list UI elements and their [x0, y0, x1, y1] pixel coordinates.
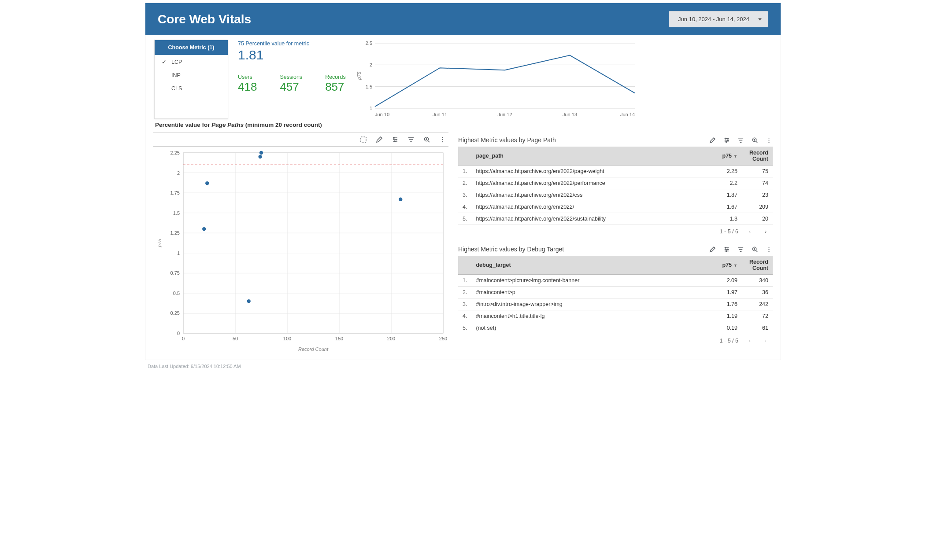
metric-option-label: INP	[171, 72, 181, 78]
table-title: Highest Metric values by Debug Target	[458, 246, 564, 253]
pager-label: 1 - 5 / 5	[720, 338, 738, 344]
row-p75: 2.25	[711, 166, 742, 177]
row-p75: 2.09	[711, 275, 742, 287]
more-icon[interactable]	[765, 245, 773, 253]
metric-option-inp[interactable]: INP	[155, 69, 228, 82]
select-rect-icon[interactable]	[359, 136, 367, 144]
row-p75: 1.3	[711, 213, 742, 225]
more-icon[interactable]	[439, 136, 447, 144]
date-range-picker[interactable]: Jun 10, 2024 - Jun 14, 2024	[669, 11, 768, 27]
row-count: 74	[742, 177, 773, 189]
filter-icon[interactable]	[737, 136, 745, 144]
row-index: 4.	[458, 310, 471, 322]
col-p75[interactable]: p75▼	[711, 147, 742, 166]
table-row[interactable]: 2.https://almanac.httparchive.org/en/202…	[458, 177, 773, 189]
svg-point-65	[727, 140, 728, 140]
col-record-count[interactable]: RecordCount	[742, 256, 773, 275]
svg-text:1.5: 1.5	[173, 210, 180, 216]
row-count: 75	[742, 166, 773, 177]
svg-text:0: 0	[182, 336, 185, 341]
edit-icon[interactable]	[708, 136, 716, 144]
svg-text:150: 150	[335, 336, 343, 341]
metric-picker: Choose Metric (1) ✓ LCP INP CLS	[154, 40, 228, 119]
row-path: #maincontent>h1.title.title-lg	[471, 310, 711, 322]
svg-text:Jun 14: Jun 14	[620, 112, 635, 117]
svg-text:2: 2	[177, 170, 180, 176]
svg-point-77	[768, 251, 769, 252]
svg-text:2: 2	[370, 62, 372, 67]
scatter-chart[interactable]: 00.250.50.7511.251.51.7522.2505010015020…	[153, 147, 448, 354]
svg-rect-54	[183, 153, 443, 333]
svg-text:0.75: 0.75	[170, 270, 180, 276]
table-row[interactable]: 2.#maincontent>p1.9736	[458, 287, 773, 298]
table-row[interactable]: 5.(not set)0.1961	[458, 322, 773, 334]
row-index: 2.	[458, 177, 471, 189]
svg-point-72	[727, 249, 728, 250]
sessions-label: Sessions	[280, 74, 302, 80]
svg-rect-14	[361, 137, 366, 142]
pager-prev-icon[interactable]: ‹	[745, 338, 754, 344]
row-index: 1.	[458, 166, 471, 177]
col-record-count[interactable]: RecordCount	[742, 147, 773, 166]
metric-option-cls[interactable]: CLS	[155, 82, 228, 95]
row-index: 4.	[458, 201, 471, 213]
svg-text:0: 0	[177, 331, 180, 336]
sliders-icon[interactable]	[391, 136, 399, 144]
table-row[interactable]: 1.https://almanac.httparchive.org/en/202…	[458, 166, 773, 177]
row-path: https://almanac.httparchive.org/en/2022/	[471, 201, 711, 213]
p75-value: 1.81	[238, 48, 346, 63]
row-path: (not set)	[471, 322, 711, 334]
row-index: 3.	[458, 189, 471, 201]
row-path: #intro>div.intro-image-wrapper>img	[471, 298, 711, 310]
table-row[interactable]: 3.#intro>div.intro-image-wrapper>img1.76…	[458, 298, 773, 310]
pager-next-icon[interactable]: ›	[761, 228, 770, 235]
svg-text:1.25: 1.25	[170, 230, 180, 236]
svg-text:Jun 12: Jun 12	[497, 112, 512, 117]
svg-point-20	[442, 139, 443, 140]
filter-icon[interactable]	[407, 136, 415, 144]
table-row[interactable]: 4.#maincontent>h1.title.title-lg1.1972	[458, 310, 773, 322]
metric-option-lcp[interactable]: ✓ LCP	[155, 55, 228, 69]
p75-label: 75 Percentile value for metric	[238, 41, 346, 47]
users-value: 418	[238, 80, 257, 94]
sliders-icon[interactable]	[722, 136, 730, 144]
svg-point-17	[394, 141, 396, 142]
table-row[interactable]: 4.https://almanac.httparchive.org/en/202…	[458, 201, 773, 213]
col-p75[interactable]: p75▼	[711, 256, 742, 275]
pager: 1 - 5 / 5 ‹ ›	[458, 334, 773, 345]
check-icon: ✓	[162, 59, 168, 65]
zoom-icon[interactable]	[423, 136, 431, 144]
table-row[interactable]: 3.https://almanac.httparchive.org/en/202…	[458, 189, 773, 201]
kpi-block: 75 Percentile value for metric 1.81 User…	[238, 40, 346, 119]
svg-text:Jun 10: Jun 10	[375, 112, 389, 117]
col-page-path[interactable]: page_path	[471, 147, 711, 166]
zoom-icon[interactable]	[751, 136, 759, 144]
svg-point-60	[202, 227, 206, 231]
table-row[interactable]: 1.#maincontent>picture>img.content-banne…	[458, 275, 773, 287]
svg-point-73	[726, 251, 726, 251]
svg-point-56	[259, 151, 263, 155]
svg-text:1.5: 1.5	[365, 84, 372, 89]
sliders-icon[interactable]	[722, 245, 730, 253]
row-count: 36	[742, 287, 773, 298]
row-count: 340	[742, 275, 773, 287]
col-debug-target[interactable]: debug_target	[471, 256, 711, 275]
records-value: 857	[325, 80, 346, 94]
row-count: 23	[742, 189, 773, 201]
edit-icon[interactable]	[708, 245, 716, 253]
zoom-icon[interactable]	[751, 245, 759, 253]
row-path: https://almanac.httparchive.org/en/2022/…	[471, 189, 711, 201]
filter-icon[interactable]	[737, 245, 745, 253]
pager-prev-icon[interactable]: ‹	[745, 228, 754, 235]
svg-text:100: 100	[283, 336, 291, 341]
pager-next-icon[interactable]: ›	[761, 338, 770, 344]
table-row[interactable]: 5.https://almanac.httparchive.org/en/202…	[458, 213, 773, 225]
svg-point-75	[768, 247, 769, 247]
row-path: #maincontent>picture>img.content-banner	[471, 275, 711, 287]
row-p75: 1.87	[711, 189, 742, 201]
line-chart[interactable]: 11.522.5Jun 10Jun 11Jun 12Jun 13Jun 14p7…	[356, 40, 772, 119]
edit-icon[interactable]	[375, 136, 383, 144]
more-icon[interactable]	[765, 136, 773, 144]
svg-point-16	[396, 139, 397, 140]
svg-text:2.5: 2.5	[365, 41, 372, 46]
